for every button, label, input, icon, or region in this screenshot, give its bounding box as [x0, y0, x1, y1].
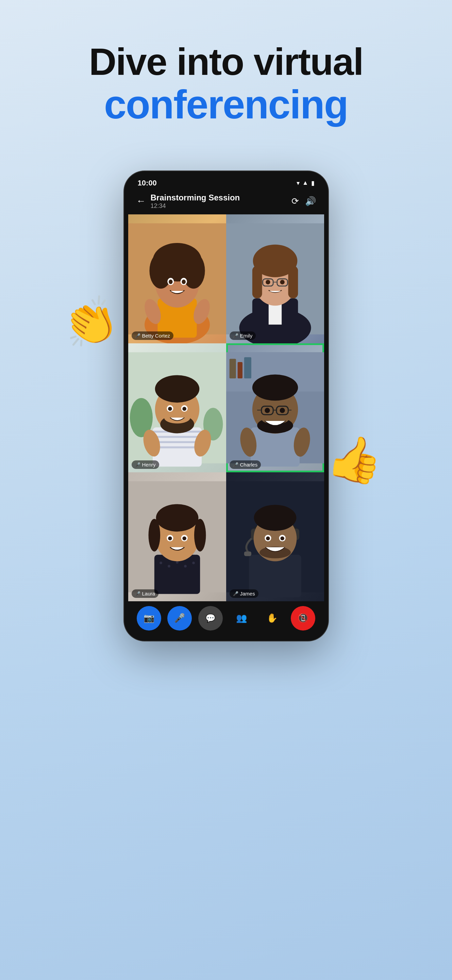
video-cell-henry: 🎤 Henry	[128, 343, 226, 472]
henry-name: Henry	[142, 462, 156, 468]
svg-point-39	[155, 375, 199, 402]
betty-avatar	[128, 215, 226, 343]
svg-rect-22	[252, 266, 262, 298]
call-duration: 12:34	[151, 202, 287, 210]
video-grid: 🎤 Betty Cortez	[128, 215, 324, 601]
charles-name: Charles	[240, 462, 258, 468]
svg-rect-35	[153, 441, 202, 443]
svg-point-44	[168, 407, 172, 411]
svg-rect-23	[288, 266, 298, 298]
status-time: 10:00	[138, 179, 157, 188]
hero-section: Dive into virtual conferencing	[89, 41, 363, 127]
svg-point-74	[192, 562, 195, 564]
james-name: James	[240, 591, 255, 597]
charles-label: 🎤 Charles	[230, 460, 261, 469]
status-bar: 10:00 ▾ ▲ ▮	[128, 175, 324, 189]
svg-rect-51	[237, 362, 242, 379]
emily-mic-icon: 🎤	[233, 333, 238, 338]
svg-point-83	[182, 537, 186, 541]
svg-rect-52	[244, 357, 251, 379]
betty-label: 🎤 Betty Cortez	[132, 331, 174, 340]
emily-label: 🎤 Emily	[230, 331, 256, 340]
charles-mic-icon: 🎤	[233, 462, 238, 467]
svg-rect-34	[153, 436, 202, 438]
svg-rect-88	[244, 552, 251, 556]
laura-mic-icon: 🎤	[135, 591, 140, 596]
henry-mic-icon: 🎤	[135, 462, 140, 467]
svg-point-72	[176, 561, 179, 564]
end-call-button[interactable]: 📵	[291, 606, 315, 630]
henry-label: 🎤 Henry	[132, 460, 159, 469]
laura-name: Laura	[142, 591, 155, 597]
svg-point-78	[148, 519, 160, 552]
laura-avatar	[128, 472, 226, 601]
laura-label: 🎤 Laura	[132, 589, 159, 598]
video-cell-betty: 🎤 Betty Cortez	[128, 215, 226, 343]
bottom-controls: 📷 🎤 💬 👥 ✋ 📵	[128, 601, 324, 637]
svg-point-12	[182, 279, 186, 284]
james-avatar	[226, 472, 324, 601]
chat-icon: 💬	[205, 614, 216, 623]
battery-icon: ▮	[311, 179, 315, 187]
raise-hand-button[interactable]: ✋	[260, 606, 284, 630]
signal-icon: ▲	[302, 179, 308, 186]
call-title: Brainstorming Session	[151, 193, 287, 202]
james-label: 🎤 James	[230, 589, 259, 598]
emily-name: Emily	[240, 333, 253, 339]
svg-point-8	[153, 250, 200, 282]
call-header: ← Brainstorming Session 12:34 ⟳ 🔊	[128, 189, 324, 215]
svg-point-27	[266, 280, 270, 284]
svg-point-91	[254, 504, 296, 531]
video-cell-charles: 🎤 Charles	[226, 343, 324, 472]
svg-point-65	[279, 408, 285, 413]
chat-button[interactable]: 💬	[198, 606, 223, 630]
charles-avatar	[226, 343, 324, 472]
svg-point-70	[160, 562, 162, 564]
emily-avatar	[226, 215, 324, 343]
video-icon: 📷	[144, 613, 154, 624]
betty-name: Betty Cortez	[142, 333, 170, 339]
svg-point-79	[194, 519, 206, 552]
mic-btn-icon: 🎤	[174, 613, 185, 624]
phone-frame: 10:00 ▾ ▲ ▮ ← Brainstorming Session 12:3…	[124, 171, 328, 641]
clap-emoji: 👏	[57, 291, 124, 355]
back-button[interactable]: ←	[136, 196, 146, 207]
video-button[interactable]: 📷	[137, 606, 161, 630]
video-cell-emily: 🎤 Emily	[226, 215, 324, 343]
video-cell-james: 🎤 James	[226, 472, 324, 601]
mic-button[interactable]: 🎤	[167, 606, 192, 630]
svg-point-82	[168, 537, 172, 541]
svg-point-11	[169, 279, 173, 284]
rotate-icon[interactable]: ⟳	[292, 196, 299, 207]
svg-point-28	[280, 280, 284, 284]
hero-line2: conferencing	[89, 83, 363, 127]
svg-point-73	[184, 565, 187, 568]
phone-container: 👏 👍 10:00 ▾ ▲ ▮ ← Brainstorming Session …	[97, 154, 355, 692]
phone-screen: 10:00 ▾ ▲ ▮ ← Brainstorming Session 12:3…	[128, 175, 324, 637]
henry-avatar	[128, 343, 226, 472]
volume-icon[interactable]: 🔊	[305, 196, 316, 207]
participants-icon: 👥	[236, 613, 247, 624]
video-cell-laura: 🎤 Laura	[128, 472, 226, 601]
call-title-area: Brainstorming Session 12:34	[151, 193, 287, 210]
svg-point-96	[280, 537, 284, 541]
wifi-icon: ▾	[297, 179, 300, 187]
james-mic-icon: 🎤	[233, 591, 238, 596]
svg-rect-50	[229, 359, 236, 379]
svg-point-95	[266, 537, 270, 541]
svg-point-64	[265, 408, 270, 413]
raise-hand-icon: ✋	[266, 613, 278, 624]
betty-mic-icon: 🎤	[135, 333, 140, 338]
svg-point-45	[182, 407, 186, 411]
status-icons: ▾ ▲ ▮	[297, 179, 315, 187]
svg-point-77	[156, 504, 198, 531]
svg-point-71	[168, 565, 170, 568]
svg-point-56	[252, 375, 298, 401]
participants-button[interactable]: 👥	[229, 606, 254, 630]
thumbs-up-emoji: 👍	[324, 429, 387, 489]
end-call-icon: 📵	[298, 613, 308, 624]
hero-line1: Dive into virtual	[89, 41, 363, 83]
header-icons: ⟳ 🔊	[292, 196, 316, 207]
